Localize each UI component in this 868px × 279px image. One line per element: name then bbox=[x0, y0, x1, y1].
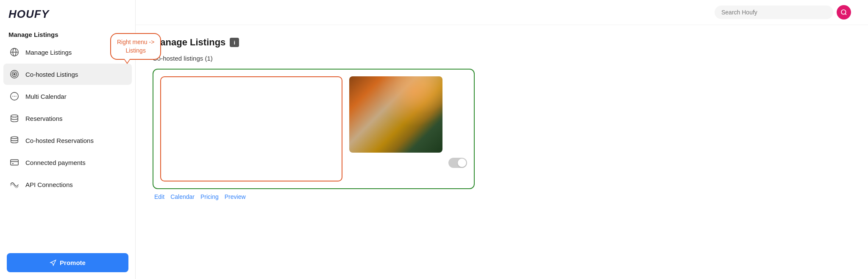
layers-stacked-icon bbox=[9, 135, 19, 145]
promote-button[interactable]: Promote bbox=[7, 253, 128, 272]
svg-point-10 bbox=[11, 115, 18, 117]
circle-dots-icon bbox=[9, 91, 19, 101]
page-header: Manage Listings i bbox=[153, 37, 851, 48]
page-title: Manage Listings bbox=[153, 37, 225, 48]
listing-actions: Edit Calendar Pricing Preview bbox=[153, 193, 851, 200]
sidebar-item-cohosted-listings-label: Co-hosted Listings bbox=[25, 71, 78, 78]
edit-link[interactable]: Edit bbox=[154, 193, 164, 200]
globe-icon bbox=[9, 47, 19, 57]
sidebar-item-api-connections[interactable]: API Connections bbox=[3, 174, 132, 195]
promote-label: Promote bbox=[60, 259, 86, 266]
cohosted-subtitle: Co-hosted listings (1) bbox=[153, 55, 851, 62]
calendar-link[interactable]: Calendar bbox=[170, 193, 195, 200]
listing-right-panel bbox=[349, 76, 467, 168]
sidebar-item-api-connections-label: API Connections bbox=[25, 181, 73, 188]
search-icon bbox=[840, 9, 847, 16]
header bbox=[136, 0, 868, 25]
sidebar-item-connected-payments-label: Connected payments bbox=[25, 159, 86, 166]
promote-icon bbox=[50, 259, 56, 266]
main-content: Manage Listings i Co-hosted listings (1) bbox=[136, 0, 868, 279]
room-photo bbox=[349, 76, 442, 153]
svg-point-19 bbox=[841, 10, 846, 14]
listing-image bbox=[349, 76, 442, 153]
sidebar-item-multi-calendar[interactable]: Multi Calendar bbox=[3, 86, 132, 107]
sidebar-item-multi-calendar-label: Multi Calendar bbox=[25, 93, 67, 100]
sidebar-item-reservations-label: Reservations bbox=[25, 115, 63, 122]
pricing-link[interactable]: Pricing bbox=[200, 193, 219, 200]
svg-point-9 bbox=[16, 96, 17, 97]
svg-point-7 bbox=[14, 96, 15, 97]
toggle-knob bbox=[458, 159, 466, 167]
search-container bbox=[715, 6, 833, 19]
logo: HOUFY bbox=[0, 0, 135, 27]
card-icon bbox=[9, 157, 19, 167]
sidebar-item-cohosted-reservations[interactable]: Co-hosted Reservations bbox=[3, 130, 132, 151]
sidebar-item-cohosted-reservations-label: Co-hosted Reservations bbox=[25, 137, 94, 144]
sidebar-item-manage-listings-label: Manage Listings bbox=[25, 49, 72, 56]
listing-preview-box bbox=[160, 76, 342, 181]
sidebar-nav: Manage Listings Co-hosted Listings bbox=[0, 42, 135, 248]
sidebar-item-reservations[interactable]: Reservations bbox=[3, 108, 132, 129]
listing-toggle[interactable] bbox=[448, 158, 467, 168]
search-input[interactable] bbox=[721, 9, 826, 16]
svg-point-5 bbox=[14, 73, 15, 75]
page-content: Manage Listings i Co-hosted listings (1) bbox=[136, 25, 868, 279]
svg-point-8 bbox=[12, 96, 13, 97]
svg-point-13 bbox=[11, 137, 18, 139]
info-icon[interactable]: i bbox=[230, 38, 239, 47]
layers-icon bbox=[9, 113, 19, 123]
sidebar-item-connected-payments[interactable]: Connected payments bbox=[3, 152, 132, 173]
wave-icon bbox=[9, 179, 19, 190]
annotation-bubble: Right menu -> Listings bbox=[110, 33, 161, 60]
target-icon bbox=[9, 69, 19, 79]
search-button[interactable] bbox=[837, 5, 851, 20]
toggle-area bbox=[349, 158, 467, 168]
svg-line-20 bbox=[845, 14, 846, 15]
sidebar: HOUFY Manage Listings Manage Listings bbox=[0, 0, 136, 279]
logo-text: HOUFY bbox=[8, 8, 49, 20]
preview-link[interactable]: Preview bbox=[225, 193, 246, 200]
sidebar-item-cohosted-listings[interactable]: Co-hosted Listings bbox=[3, 64, 132, 85]
listing-card-container bbox=[153, 69, 475, 189]
svg-rect-16 bbox=[11, 160, 18, 165]
